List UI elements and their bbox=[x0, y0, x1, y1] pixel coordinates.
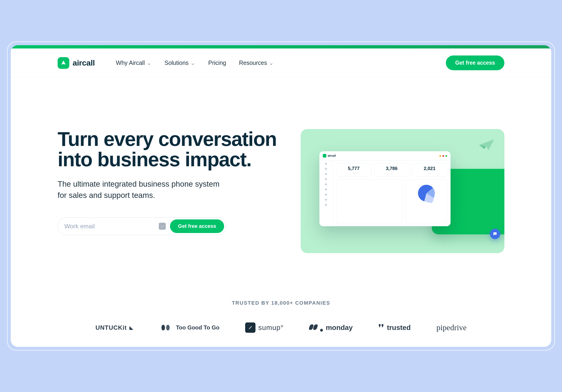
hero-headline: Turn every conversation into business im… bbox=[58, 129, 282, 169]
trusted-by-label: TRUSTED BY 18,000+ COMPANIES bbox=[58, 300, 504, 306]
device-frame: aircall Why Aircall ⌄ Solutions ⌄ Pricin… bbox=[7, 41, 555, 351]
hero-subhead: The ultimate integrated business phone s… bbox=[58, 178, 226, 201]
work-email-input[interactable] bbox=[64, 223, 159, 230]
hero-section: Turn every conversation into business im… bbox=[11, 78, 551, 281]
paper-plane-icon bbox=[479, 138, 495, 151]
stat-card: 5,777— bbox=[336, 163, 371, 177]
header-cta-button[interactable]: Get free access bbox=[446, 56, 504, 70]
pie-chart-icon bbox=[416, 183, 437, 203]
stat-row: 5,777— 3,786— 2,021— bbox=[336, 163, 447, 177]
partner-logo-toogoodtogo: Too Good To Go bbox=[159, 323, 219, 332]
email-capture-form: ⋯ Get free access bbox=[58, 217, 226, 235]
trusted-by-section: TRUSTED BY 18,000+ COMPANIES UNTUCKit◣ T… bbox=[11, 281, 551, 347]
dashboard-sidebar bbox=[319, 160, 333, 226]
primary-navbar: aircall Why Aircall ⌄ Solutions ⌄ Pricin… bbox=[11, 48, 551, 78]
keyboard-hint-icon: ⋯ bbox=[159, 223, 166, 230]
partner-logo-pipedrive: pipedrive bbox=[436, 323, 467, 332]
chat-bubble-icon bbox=[490, 229, 500, 239]
page-window: aircall Why Aircall ⌄ Solutions ⌄ Pricin… bbox=[11, 45, 551, 347]
window-controls-icon bbox=[438, 154, 447, 158]
pie-chart-panel bbox=[406, 179, 447, 223]
partner-logo-strip: UNTUCKit◣ Too Good To Go ⟋ sumup° monday… bbox=[58, 322, 504, 333]
nav-item-label: Solutions bbox=[164, 59, 188, 66]
stat-card: 2,021— bbox=[412, 163, 447, 177]
nav-item-why[interactable]: Why Aircall ⌄ bbox=[116, 59, 152, 66]
brand-logo-icon bbox=[58, 57, 69, 69]
dashboard-mock: aircall 5,777— 3,786— bbox=[319, 151, 451, 226]
hero-illustration: aircall 5,777— 3,786— bbox=[301, 129, 504, 253]
partner-logo-untuckit: UNTUCKit◣ bbox=[95, 324, 133, 331]
chevron-down-icon: ⌄ bbox=[269, 59, 274, 66]
nav-item-label: Pricing bbox=[208, 59, 226, 66]
partner-logo-trusted: ❜❜ trusted bbox=[378, 324, 411, 332]
nav-left-group: aircall Why Aircall ⌄ Solutions ⌄ Pricin… bbox=[58, 57, 274, 69]
partner-logo-monday: monday bbox=[309, 324, 353, 332]
stat-card: 3,786— bbox=[374, 163, 409, 177]
top-accent-bar bbox=[11, 45, 551, 48]
nav-item-label: Why Aircall bbox=[116, 59, 145, 66]
nav-item-solutions[interactable]: Solutions ⌄ bbox=[164, 59, 195, 66]
nav-item-pricing[interactable]: Pricing bbox=[208, 59, 226, 66]
dashboard-brand: aircall bbox=[323, 154, 336, 158]
bar-chart-panel bbox=[336, 179, 403, 223]
nav-item-label: Resources bbox=[239, 59, 267, 66]
hero-copy: Turn every conversation into business im… bbox=[58, 129, 282, 235]
brand-name: aircall bbox=[73, 58, 95, 67]
nav-item-resources[interactable]: Resources ⌄ bbox=[239, 59, 274, 66]
brand-logo[interactable]: aircall bbox=[58, 57, 95, 69]
chevron-down-icon: ⌄ bbox=[147, 59, 152, 66]
chevron-down-icon: ⌄ bbox=[190, 59, 195, 66]
partner-logo-sumup: ⟋ sumup° bbox=[245, 322, 284, 333]
form-cta-button[interactable]: Get free access bbox=[170, 219, 224, 233]
nav-menu: Why Aircall ⌄ Solutions ⌄ Pricing Resour… bbox=[116, 59, 274, 66]
